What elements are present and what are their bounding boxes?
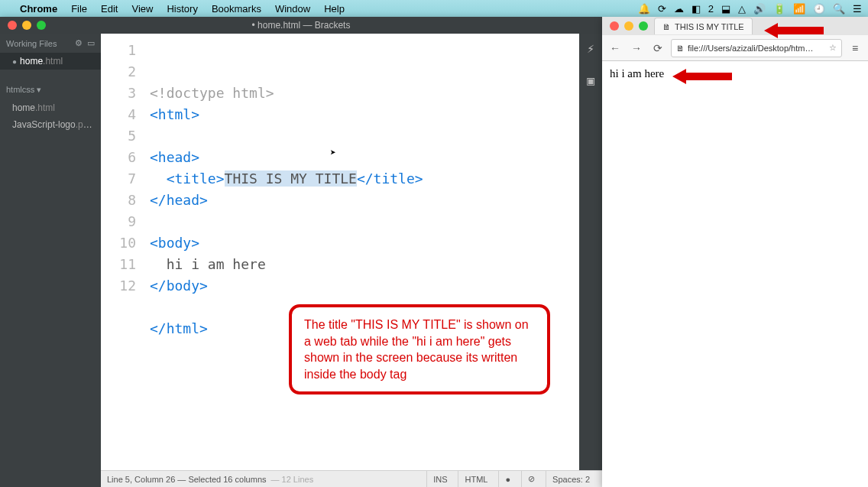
brackets-right-toolbar: ⚡ ▣ — [579, 34, 602, 470]
gear-icon[interactable]: ⚙ — [75, 38, 83, 48]
cursor-status: Line 5, Column 26 — Selected 16 columns — [107, 475, 267, 484]
menu-file[interactable]: File — [71, 3, 87, 15]
brackets-window: • home.html — Brackets Working Files ⚙ ▭… — [0, 17, 602, 487]
spotlight-icon[interactable]: 🔍 — [833, 3, 845, 15]
num-icon[interactable]: 2 — [708, 3, 714, 15]
wifi-icon[interactable]: 📶 — [793, 3, 805, 15]
code-editor[interactable]: <!doctype html><html><head> <title>THIS … — [147, 34, 579, 470]
indent-mode[interactable]: Spaces: 2 — [546, 471, 596, 487]
split-icon[interactable]: ▭ — [87, 38, 95, 48]
sync-icon[interactable]: ⟳ — [658, 3, 666, 15]
encoding-icon[interactable]: ⊘ — [521, 471, 541, 487]
language-mode[interactable]: HTML — [458, 471, 494, 487]
back-button[interactable]: ← — [607, 40, 623, 57]
page-content: hi i am here — [602, 61, 868, 487]
browser-tab[interactable]: 🗎 THIS IS MY TITLE — [654, 18, 753, 34]
brackets-window-title: • home.html — Brackets — [252, 20, 351, 31]
menu-view[interactable]: View — [131, 3, 153, 15]
window-controls — [602, 21, 648, 31]
file-ext: .html — [43, 56, 63, 67]
bookmark-star-icon[interactable]: ☆ — [829, 43, 837, 53]
minimize-button[interactable] — [22, 21, 31, 30]
line-number-gutter: 123456789101112 — [101, 34, 147, 470]
chrome-titlebar[interactable]: 🗎 THIS IS MY TITLE — [602, 17, 868, 35]
menu-history[interactable]: History — [167, 3, 197, 15]
chrome-toolbar: ← → ⟳ 🗎 file:///Users/azizali/Desktop/ht… — [602, 35, 868, 61]
menu-icon[interactable]: ☰ — [853, 3, 862, 15]
dropbox-icon[interactable]: ⬓ — [721, 3, 730, 15]
lines-status: — 12 Lines — [271, 475, 314, 484]
callout-text: The title "THIS IS MY TITLE" is shown on… — [304, 318, 529, 381]
file-name: home — [20, 56, 43, 67]
chrome-window: 🗎 THIS IS MY TITLE ← → ⟳ 🗎 file:///Users… — [602, 17, 868, 487]
project-header[interactable]: htmlcss ▾ — [0, 80, 101, 99]
maximize-button[interactable] — [639, 21, 648, 31]
lint-status-icon[interactable]: ● — [498, 471, 517, 487]
project-file-item[interactable]: home.html — [0, 99, 101, 116]
minimize-button[interactable] — [624, 21, 633, 31]
macos-menubar: Chrome File Edit View History Bookmarks … — [0, 0, 868, 17]
menu-help[interactable]: Help — [324, 3, 345, 15]
page-icon: 🗎 — [662, 22, 671, 31]
menu-edit[interactable]: Edit — [101, 3, 118, 15]
body-text: hi i am here — [610, 67, 664, 80]
modified-dot-icon: ● — [12, 57, 17, 66]
clock-icon[interactable]: 🕘 — [813, 3, 825, 15]
file-name: JavaScript-logo — [12, 119, 76, 130]
brackets-statusbar: Line 5, Column 26 — Selected 16 columns … — [101, 470, 602, 487]
brackets-sidebar: Working Files ⚙ ▭ ●home.html htmlcss ▾ h… — [0, 34, 101, 487]
menu-button[interactable]: ≡ — [847, 40, 863, 57]
file-name: home — [12, 102, 35, 113]
url-text: file:///Users/azizali/Desktop/htm… — [688, 44, 826, 53]
address-bar[interactable]: 🗎 file:///Users/azizali/Desktop/htm… ☆ — [671, 39, 842, 57]
menu-window[interactable]: Window — [275, 3, 310, 15]
cloud-icon[interactable]: ☁︎ — [674, 3, 684, 15]
project-file-item[interactable]: JavaScript-logo.png — [0, 116, 101, 133]
mouse-cursor-icon: ➤ — [330, 142, 336, 164]
working-files-header[interactable]: Working Files ⚙ ▭ — [0, 34, 101, 53]
working-file-item[interactable]: ●home.html — [0, 53, 101, 70]
tab-title: THIS IS MY TITLE — [675, 22, 744, 31]
reload-button[interactable]: ⟳ — [649, 40, 666, 57]
brackets-titlebar[interactable]: • home.html — Brackets — [0, 17, 602, 34]
window-controls — [0, 21, 46, 30]
maximize-button[interactable] — [37, 21, 46, 30]
menubar-status-icons: 🔔 ⟳ ☁︎ ◧ 2 ⬓ △ 🔊 🔋 📶 🕘 🔍 ☰ — [638, 3, 862, 15]
forward-button[interactable]: → — [628, 40, 645, 57]
menu-bookmarks[interactable]: Bookmarks — [212, 3, 261, 15]
live-preview-icon[interactable]: ⚡ — [587, 38, 594, 60]
battery-icon[interactable]: 🔋 — [773, 3, 785, 15]
file-ext: .html — [35, 102, 55, 113]
extensions-icon[interactable]: ▣ — [587, 70, 594, 92]
adobe-icon[interactable]: ◧ — [691, 3, 701, 15]
close-button[interactable] — [8, 21, 17, 30]
volume-icon[interactable]: 🔊 — [753, 3, 766, 15]
editor-area: 123456789101112 <!doctype html><html><he… — [101, 34, 602, 487]
insert-mode[interactable]: INS — [426, 471, 453, 487]
notifications-icon[interactable]: 🔔 — [638, 3, 650, 15]
close-button[interactable] — [610, 21, 619, 31]
file-icon: 🗎 — [676, 44, 685, 53]
drive-icon[interactable]: △ — [738, 3, 746, 15]
app-menu[interactable]: Chrome — [20, 3, 57, 15]
file-ext: .png — [76, 119, 93, 130]
working-files-label: Working Files — [6, 39, 57, 48]
annotation-callout: The title "THIS IS MY TITLE" is shown on… — [289, 304, 550, 394]
